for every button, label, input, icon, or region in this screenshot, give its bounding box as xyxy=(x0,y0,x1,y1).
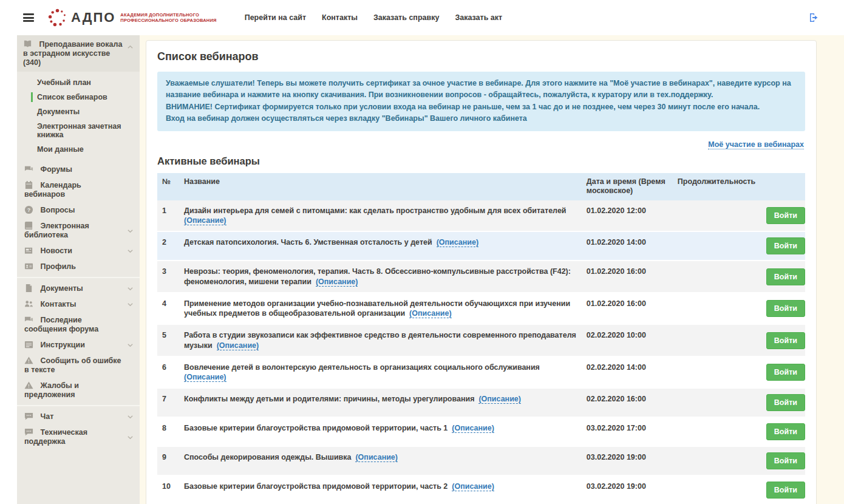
col-header-datetime: Дата и время (Время московское) xyxy=(582,173,673,200)
calendar-icon xyxy=(24,180,33,189)
sidebar-item-documents-global[interactable]: Документы xyxy=(17,281,140,296)
sidebar-item-forums[interactable]: Форумы xyxy=(17,162,140,177)
description-link[interactable]: (Описание) xyxy=(355,453,398,462)
sidebar-item-instructions[interactable]: Инструкции xyxy=(17,337,140,353)
chevron-down-icon xyxy=(127,248,134,254)
sidebar-course-header[interactable]: Преподавание вокала в эстрадном искусств… xyxy=(17,35,140,72)
col-header-name: Название xyxy=(179,173,582,200)
description-link[interactable]: (Описание) xyxy=(452,424,494,433)
sidebar-item-contacts[interactable]: Контакты xyxy=(17,296,140,312)
my-participation-link[interactable]: Моё участие в вебинарах xyxy=(708,140,804,149)
adpo-logo-emblem xyxy=(47,8,67,28)
nav-contacts[interactable]: Контакты xyxy=(322,13,358,22)
header-nav: Перейти на сайт Контакты Заказать справк… xyxy=(245,13,502,22)
webinar-datetime: 02.02.2020 16:00 xyxy=(582,388,673,417)
logo-subtitle: АКАДЕМИЯ ДОПОЛНИТЕЛЬНОГО ПРОФЕССИОНАЛЬНО… xyxy=(120,12,216,24)
notice-line-1: Уважаемые слушатели! Теперь вы можете по… xyxy=(166,78,797,101)
enter-button[interactable]: Войти xyxy=(766,207,805,224)
enter-button[interactable]: Войти xyxy=(766,423,805,440)
certificate-notice: Уважаемые слушатели! Теперь вы можете по… xyxy=(157,72,805,131)
sidebar-item-documents[interactable]: Документы xyxy=(17,104,140,119)
nav-order-certificate[interactable]: Заказать справку xyxy=(373,13,439,22)
webinar-datetime: 01.02.2020 16:00 xyxy=(582,293,673,325)
description-link[interactable]: (Описание) xyxy=(184,216,226,225)
webinar-datetime: 01.02.2020 16:00 xyxy=(582,261,673,293)
document-icon xyxy=(24,284,33,293)
webinar-datetime: 03.02.2020 17:00 xyxy=(582,417,673,446)
sidebar-item-questions[interactable]: Вопросы xyxy=(17,202,140,218)
webinar-duration xyxy=(673,200,761,232)
enter-button[interactable]: Войти xyxy=(766,332,805,349)
sidebar-item-forum-messages[interactable]: Последние сообщения форума xyxy=(17,312,140,337)
row-num: 10 xyxy=(157,475,179,504)
enter-button[interactable]: Войти xyxy=(766,237,805,254)
description-link[interactable]: (Описание) xyxy=(316,278,358,287)
hamburger-menu-icon[interactable] xyxy=(23,13,34,22)
adpo-logo[interactable]: АДПО АКАДЕМИЯ ДОПОЛНИТЕЛЬНОГО ПРОФЕССИОН… xyxy=(47,8,217,28)
sidebar-item-webinar-calendar[interactable]: Календарь вебинаров xyxy=(17,177,140,202)
nav-order-act[interactable]: Заказать акт xyxy=(455,13,502,22)
id-card-icon xyxy=(24,262,33,271)
enter-button[interactable]: Войти xyxy=(766,452,805,469)
chevron-down-icon xyxy=(127,228,134,234)
enter-button[interactable]: Войти xyxy=(766,482,805,499)
sidebar-item-profile[interactable]: Профиль xyxy=(17,259,140,274)
sidebar-item-complaints[interactable]: Жалобы и предложения xyxy=(17,378,140,403)
sidebar-item-chat[interactable]: Чат xyxy=(17,409,140,424)
row-num: 9 xyxy=(157,446,179,475)
table-row: 5 Работа в студии звукозаписи как эффект… xyxy=(157,324,805,356)
sidebar-group-3: Чат Техническая поддержка xyxy=(17,405,140,452)
row-num: 7 xyxy=(157,388,179,417)
sidebar-item-webinar-list[interactable]: Список вебинаров xyxy=(17,90,140,104)
sidebar-group-2: Документы Контакты Последние сообщения ф… xyxy=(17,277,140,405)
comments-icon xyxy=(24,315,33,324)
row-num: 4 xyxy=(157,293,179,325)
sign-out-icon[interactable] xyxy=(809,13,818,25)
table-row: 8 Базовые критерии благоустройства придо… xyxy=(157,417,805,446)
sidebar-item-report-error[interactable]: Сообщить об ошибке в тексте xyxy=(17,353,140,378)
webinar-duration xyxy=(673,231,761,261)
question-icon xyxy=(24,205,33,214)
webinar-name: Базовые критерии благоустройства придомо… xyxy=(184,482,448,491)
comment-icon xyxy=(24,412,33,421)
chevron-down-icon xyxy=(127,342,134,349)
enter-button[interactable]: Войти xyxy=(766,268,805,285)
description-link[interactable]: (Описание) xyxy=(217,341,259,350)
sidebar: Преподавание вокала в эстрадном искусств… xyxy=(17,35,140,504)
webinar-duration xyxy=(673,475,761,504)
row-num: 6 xyxy=(157,356,179,389)
webinar-duration xyxy=(673,261,761,293)
comments-icon xyxy=(24,165,33,174)
sidebar-item-my-data[interactable]: Мои данные xyxy=(17,142,140,157)
course-title: Преподавание вокала в эстрадном искусств… xyxy=(23,40,122,67)
sidebar-item-gradebook[interactable]: Электронная зачетная книжка xyxy=(17,119,140,142)
description-link[interactable]: (Описание) xyxy=(437,238,479,247)
sidebar-item-tech-support[interactable]: Техническая поддержка xyxy=(17,424,140,449)
warning-icon xyxy=(24,356,33,365)
book-open-icon xyxy=(23,39,32,49)
enter-button[interactable]: Войти xyxy=(766,364,805,381)
description-link[interactable]: (Описание) xyxy=(409,309,452,318)
webinar-name: Вовлечение детей в волонтерскую деятельн… xyxy=(184,363,540,372)
notice-line-2: ВНИМАНИЕ! Сертификат формируется только … xyxy=(166,101,797,113)
chevron-down-icon xyxy=(127,414,134,420)
sidebar-item-study-plan[interactable]: Учебный план xyxy=(17,75,140,90)
webinar-duration xyxy=(673,324,761,356)
enter-button[interactable]: Войти xyxy=(766,394,805,411)
enter-button[interactable]: Войти xyxy=(766,300,805,317)
sidebar-item-e-library[interactable]: Электронная библиотека xyxy=(17,218,140,243)
page: АДПО АКАДЕМИЯ ДОПОЛНИТЕЛЬНОГО ПРОФЕССИОН… xyxy=(0,0,844,504)
webinar-name: Способы декорирования одежды. Вышивка xyxy=(184,453,352,461)
comment-icon xyxy=(24,427,33,437)
table-header-row: № Название Дата и время (Время московско… xyxy=(157,173,805,200)
description-link[interactable]: (Описание) xyxy=(184,373,226,382)
description-link[interactable]: (Описание) xyxy=(478,395,521,404)
description-link[interactable]: (Описание) xyxy=(452,482,494,491)
webinar-datetime: 03.02.2020 19:00 xyxy=(582,475,673,504)
webinar-datetime: 01.02.2020 12:00 xyxy=(582,200,673,232)
webinar-name: Детская патопсихология. Часть 6. Умствен… xyxy=(184,238,432,247)
table-row: 10 Базовые критерии благоустройства прид… xyxy=(157,475,805,504)
sidebar-item-news[interactable]: Новости xyxy=(17,243,140,259)
webinars-table: № Название Дата и время (Время московско… xyxy=(157,173,805,504)
nav-go-to-site[interactable]: Перейти на сайт xyxy=(245,13,306,22)
